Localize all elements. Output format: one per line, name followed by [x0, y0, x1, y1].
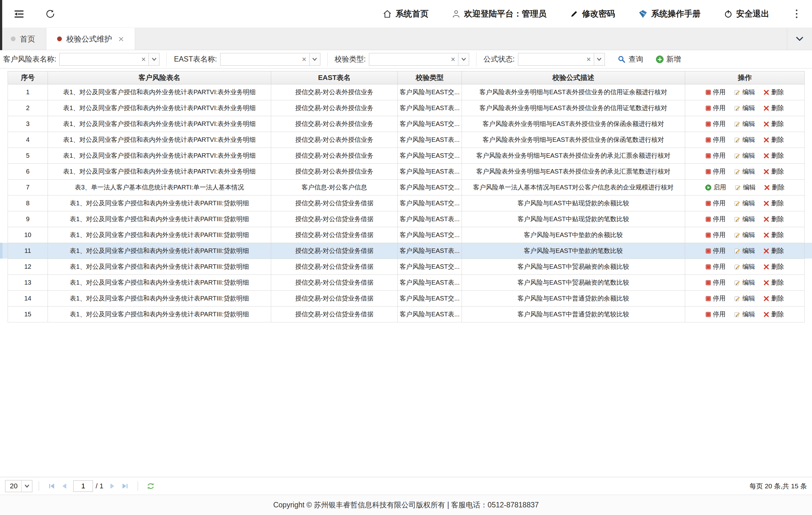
table-row[interactable]: 15表1、对公及同业客户授信和表内外业务统计表PARTIII:贷款明细授信交易-… — [8, 307, 805, 322]
clear-icon[interactable]: × — [584, 53, 594, 65]
delete-button[interactable]: 删除 — [763, 104, 784, 112]
enable-button[interactable]: 启用 — [705, 183, 726, 192]
chevron-down-icon[interactable] — [148, 53, 159, 65]
add-button[interactable]: 新增 — [656, 54, 681, 64]
clear-icon[interactable]: × — [448, 53, 458, 65]
edit-button[interactable]: 编辑 — [734, 183, 756, 192]
edit-button[interactable]: 编辑 — [734, 262, 755, 271]
next-page-button[interactable] — [106, 480, 119, 492]
delete-button[interactable]: 删除 — [763, 199, 784, 207]
more-options-icon[interactable] — [793, 8, 801, 20]
chevron-down-icon[interactable] — [458, 53, 469, 65]
delete-button[interactable]: 删除 — [763, 167, 784, 176]
filter-input[interactable] — [221, 53, 299, 65]
table-row[interactable]: 12表1、对公及同业客户授信和表内外业务统计表PARTIII:贷款明细授信交易-… — [8, 259, 805, 275]
search-button[interactable]: 查询 — [617, 54, 643, 64]
disable-button[interactable]: 停用 — [706, 215, 726, 223]
refresh-page-icon[interactable] — [46, 9, 55, 19]
delete-button[interactable]: 删除 — [763, 231, 784, 239]
delete-button[interactable]: 删除 — [763, 215, 784, 223]
table-row[interactable]: 3表1、对公及同业客户授信和表内外业务统计表PARTVI:表外业务明细授信交易-… — [8, 116, 805, 132]
filter-input[interactable] — [369, 53, 448, 65]
disable-button[interactable]: 停用 — [706, 167, 726, 176]
delete-button[interactable]: 删除 — [763, 120, 784, 128]
table-row[interactable]: 11表1、对公及同业客户授信和表内外业务统计表PARTIII:贷款明细授信交易-… — [8, 243, 805, 259]
table-row[interactable]: 4表1、对公及同业客户授信和表内外业务统计表PARTVI:表外业务明细授信交易-… — [8, 132, 805, 148]
disable-button[interactable]: 停用 — [706, 151, 726, 160]
filter-input[interactable] — [518, 53, 584, 65]
first-page-button[interactable] — [46, 480, 58, 492]
delete-button[interactable]: 删除 — [763, 262, 784, 271]
edit-button[interactable]: 编辑 — [734, 278, 755, 287]
stop-icon — [706, 312, 711, 317]
topbar-menu-item-0[interactable]: 系统首页 — [383, 8, 429, 19]
tab-home[interactable]: 首页 — [0, 28, 46, 50]
topbar-menu-item-2[interactable]: 修改密码 — [570, 8, 615, 19]
disable-button[interactable]: 停用 — [706, 136, 726, 144]
disable-button[interactable]: 停用 — [706, 120, 726, 128]
edit-button[interactable]: 编辑 — [734, 151, 755, 160]
prev-page-button[interactable] — [58, 480, 71, 492]
chevron-down-icon[interactable] — [594, 53, 605, 65]
edit-button[interactable]: 编辑 — [734, 88, 755, 96]
delete-button[interactable]: 删除 — [764, 183, 785, 192]
disable-button[interactable]: 停用 — [706, 294, 726, 303]
last-page-button[interactable] — [119, 480, 131, 492]
edit-button[interactable]: 编辑 — [734, 120, 755, 128]
tab-list-dropdown[interactable] — [787, 28, 812, 50]
delete-button[interactable]: 删除 — [763, 151, 784, 160]
table-row[interactable]: 1表1、对公及同业客户授信和表内外业务统计表PARTVI:表外业务明细授信交易-… — [8, 84, 805, 100]
tab-formula-maintenance[interactable]: 校验公式维护× — [46, 28, 135, 50]
column-header-2: EAST表名 — [271, 71, 398, 84]
tab-close-icon[interactable]: × — [118, 34, 124, 44]
page-number-input[interactable] — [73, 480, 93, 492]
edit-button[interactable]: 编辑 — [734, 215, 755, 223]
edit-button[interactable]: 编辑 — [734, 294, 755, 303]
delete-button[interactable]: 删除 — [763, 88, 784, 96]
page-size-select[interactable]: 20 — [5, 480, 32, 492]
delete-button[interactable]: 删除 — [763, 278, 784, 287]
disable-button[interactable]: 停用 — [706, 88, 726, 96]
table-header-row: 序号客户风险表名EAST表名校验类型校验公式描述操作 — [8, 71, 805, 84]
edit-button[interactable]: 编辑 — [734, 231, 755, 239]
collapse-menu-icon[interactable] — [14, 9, 24, 19]
disable-button[interactable]: 停用 — [706, 104, 726, 112]
filter-input[interactable] — [60, 53, 138, 65]
disable-button[interactable]: 停用 — [706, 247, 726, 255]
topbar-menu-item-3[interactable]: 系统操作手册 — [638, 8, 701, 19]
table-row[interactable]: 10表1、对公及同业客户授信和表内外业务统计表PARTIII:贷款明细授信交易-… — [8, 227, 805, 243]
chevron-down-icon[interactable] — [309, 53, 320, 65]
disable-button[interactable]: 停用 — [706, 231, 726, 239]
table-row[interactable]: 6表1、对公及同业客户授信和表内外业务统计表PARTVI:表外业务明细授信交易-… — [8, 164, 805, 180]
table-row[interactable]: 9表1、对公及同业客户授信和表内外业务统计表PARTIII:贷款明细授信交易-对… — [8, 211, 805, 227]
disable-button[interactable]: 停用 — [706, 199, 726, 207]
table-row[interactable]: 5表1、对公及同业客户授信和表内外业务统计表PARTVI:表外业务明细授信交易-… — [8, 148, 805, 164]
edit-button[interactable]: 编辑 — [734, 199, 755, 207]
disable-button[interactable]: 停用 — [706, 310, 726, 319]
table-row[interactable]: 13表1、对公及同业客户授信和表内外业务统计表PARTIII:贷款明细授信交易-… — [8, 275, 805, 291]
clear-icon[interactable]: × — [299, 53, 309, 65]
edit-button[interactable]: 编辑 — [734, 247, 755, 255]
edit-button[interactable]: 编辑 — [734, 104, 755, 112]
delete-button[interactable]: 删除 — [763, 310, 784, 319]
delete-button[interactable]: 删除 — [763, 247, 784, 255]
topbar-menu-item-1[interactable]: 欢迎登陆平台：管理员 — [452, 8, 547, 19]
delete-button[interactable]: 删除 — [763, 136, 784, 144]
table-row[interactable]: 2表1、对公及同业客户授信和表内外业务统计表PARTVI:表外业务明细授信交易-… — [8, 100, 805, 116]
table-row[interactable]: 8表1、对公及同业客户授信和表内外业务统计表PARTIII:贷款明细授信交易-对… — [8, 196, 805, 211]
clear-icon[interactable]: × — [138, 53, 148, 65]
table-row[interactable]: 14表1、对公及同业客户授信和表内外业务统计表PARTIII:贷款明细授信交易-… — [8, 291, 805, 307]
edit-button[interactable]: 编辑 — [734, 136, 755, 144]
reload-grid-icon[interactable] — [144, 480, 157, 492]
edit-button[interactable]: 编辑 — [734, 310, 755, 319]
east-table-name: 授信交易-对公表外授信业务 — [271, 132, 398, 148]
topbar-menu-item-4[interactable]: 安全退出 — [724, 8, 769, 19]
table-row[interactable]: 7表3、单一法人客户基本信息统计表PARTI:单一法人基本情况客户信息-对公客户… — [8, 180, 805, 196]
stop-icon — [706, 137, 711, 142]
edit-button[interactable]: 编辑 — [734, 167, 755, 176]
delete-button[interactable]: 删除 — [763, 294, 784, 303]
row-actions: 停用编辑删除 — [685, 275, 805, 291]
disable-button[interactable]: 停用 — [706, 278, 726, 287]
disable-button[interactable]: 停用 — [706, 262, 726, 271]
row-actions: 停用编辑删除 — [685, 227, 805, 243]
